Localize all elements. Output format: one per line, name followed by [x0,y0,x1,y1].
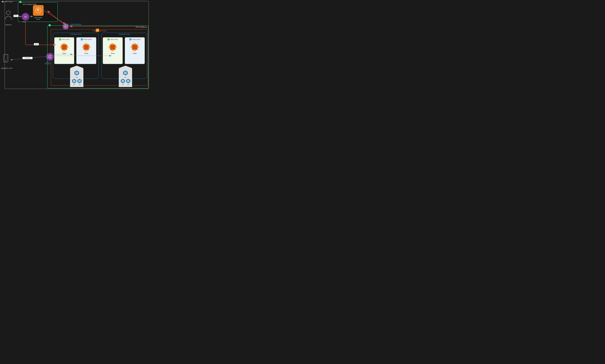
svg-rect-82 [113,48,114,49]
pod-item-az1-1: pod [72,79,77,85]
svg-rect-37 [63,43,64,44]
svg-rect-39 [65,43,65,44]
vpc-customer-label: VPC (Customer) [136,26,147,28]
svg-rect-97 [133,46,134,47]
svg-rect-91 [133,43,134,44]
svg-rect-70 [116,46,117,46]
vpc-customer-cloud-icon: ☁ [49,24,51,26]
pod-label-top-az2: pod [120,77,131,78]
pod-hex-az2-1 [123,70,128,76]
pod-roof-az2 [119,66,132,68]
svg-rect-85 [131,46,132,46]
svg-rect-94 [133,50,134,51]
svg-rect-33 [60,48,61,48]
pod-hex-az2-2 [120,79,125,83]
pod-label-az2-1: pod [120,84,125,85]
phone-icon [3,54,8,63]
svg-rect-60 [87,50,87,51]
svg-rect-79 [111,46,112,47]
nlb-label: NLB [23,21,26,23]
pod-item-az2-2: pod [126,79,131,85]
svg-rect-41 [64,50,64,51]
svg-rect-80 [113,46,114,47]
xeni-label: X-ENI (IPv4/IPv6) [70,24,81,25]
pod-hex-2 [72,79,77,83]
subnet-az1-public: 🔒 Public subnet [54,37,74,64]
eks-control-plane-icon: K [33,5,44,16]
pod-top-az2 [120,70,131,76]
pod-container-az2: pod pod pod [119,68,132,87]
svg-rect-75 [113,43,114,44]
subnet-az1-private-header: 🔒 Private subnet [81,39,92,40]
svg-rect-99 [133,48,134,49]
svg-rect-52 [89,46,90,46]
node-label-az2-private: Node [133,52,137,54]
pod-container-az1: pod pod pod [70,68,83,87]
lock-icon-green: 🔒 [59,39,61,40]
svg-rect-61 [85,46,86,47]
svg-rect-78 [113,50,114,51]
lock-icon-blue-az1: 🔒 [81,39,83,40]
svg-rect-69 [109,48,110,48]
pod-hex-1 [74,70,79,76]
svg-rect-58 [85,50,86,51]
svg-rect-88 [138,46,139,46]
subnet-az2-public-header: 🔒 Public subnet [107,39,118,40]
az1-label: Availability Zone [70,33,81,35]
svg-rect-96 [135,50,136,51]
svg-rect-63 [85,48,86,49]
svg-rect-44 [65,46,66,47]
svg-rect-64 [87,48,88,49]
lock-icon-blue-az2: 🔒 [129,39,131,40]
svg-point-16 [5,61,6,62]
svg-rect-55 [85,43,86,44]
svg-rect-31 [60,46,61,46]
pod-item-az2-1: pod [120,79,125,85]
pod-roof-az1 [70,66,83,68]
svg-rect-73 [111,43,112,44]
node-chip-az2-private [131,43,139,52]
vpc-eks-label: VPC (Amazon EKS) [23,3,37,5]
svg-rect-67 [109,46,110,46]
svg-rect-50 [82,47,83,47]
subnet-az1-public-header: 🔒 Public subnet [59,39,69,40]
pod-top-az1 [72,70,82,76]
svg-rect-62 [87,46,88,47]
subnet-az1-private: 🔒 Private subnet [76,37,96,64]
eks-control-plane-label: EKS Control Plane [33,17,44,20]
node-label-az2-public: Node [111,52,115,54]
svg-rect-87 [131,48,132,48]
pod-label-az2-2: pod [126,84,131,85]
svg-rect-100 [135,48,136,49]
svg-rect-46 [65,48,66,49]
svg-rect-56 [86,43,86,44]
node-chip-az2-public [108,43,117,52]
az2-label: Availability Zone [118,33,130,35]
svg-rect-42 [65,50,65,51]
node-label-az1-private: Node [84,52,88,54]
svg-rect-81 [111,48,112,49]
svg-rect-86 [131,47,132,47]
svg-rect-89 [138,47,139,47]
svg-rect-49 [82,46,83,46]
aws-cloud-label: AWS Cloud [2,0,13,3]
svg-rect-43 [63,46,64,47]
svg-text:K: K [37,8,39,12]
vpc-eks-cloud-icon: ☁ [19,1,22,3]
svg-rect-71 [116,47,117,47]
svg-rect-74 [112,43,113,44]
svg-rect-90 [138,48,139,48]
app-users-label: Application Users [1,67,13,69]
subnet-az2-private: 🔒 Private subnet [125,37,145,64]
operators-label: Operators [4,24,13,26]
svg-rect-59 [86,50,86,51]
operators-icon [5,11,12,21]
svg-rect-98 [135,46,136,47]
svg-rect-68 [109,47,110,47]
pod-hex-3 [77,79,82,83]
svg-rect-15 [5,55,7,60]
pod-label-top-az1: pod [72,77,82,78]
auto-scaling-label: Auto Scaling Group [92,30,106,32]
pod-row-az2: pod pod [120,79,131,85]
pod-label-az1-1: pod [72,84,77,85]
